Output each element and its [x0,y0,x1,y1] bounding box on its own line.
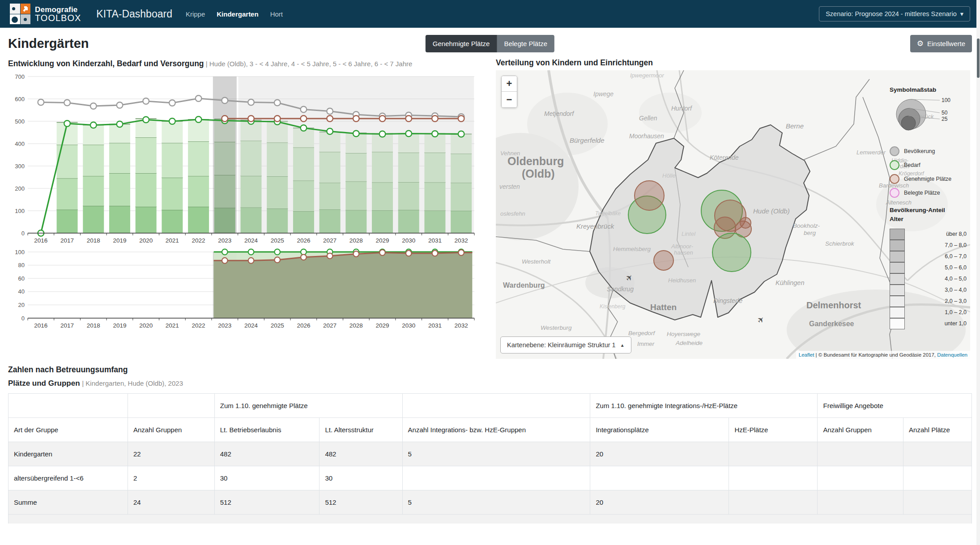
legend-swatch-icon [890,188,899,198]
zoom-out-button[interactable]: − [502,92,517,107]
table-cell: 30 [320,466,402,490]
svg-text:300: 300 [15,162,25,169]
ratio-chart-svg: 0204060801002016201720182019202020212022… [8,248,478,332]
nav-item-krippe[interactable]: Krippe [186,10,205,18]
map-place-label: Berne [786,122,804,130]
map-zoom-control: + − [501,76,517,108]
table-cell [903,442,972,466]
table-cell: 20 [590,442,729,466]
nav-item-hort[interactable]: Hort [270,10,283,18]
map-circle-plaetze[interactable] [654,251,673,270]
settings-button[interactable]: ⚙ Einstellwerte [910,35,972,52]
legend-item-label: Bevölkerung [904,148,935,154]
map-place-label: Heidhusen [668,277,696,284]
map-place-label: Tweelbäke [595,210,621,217]
svg-text:100: 100 [15,207,25,214]
age-class-label: 7,0 – 8,0 [945,242,967,248]
legend-item: Bedarf [890,158,967,172]
map-place-label: Bürgerfelde [570,136,605,144]
table-cell [818,442,903,466]
svg-text:2020: 2020 [139,322,153,329]
svg-text:20: 20 [18,302,25,308]
table-column-header: Lt. Betriebserlaubnis [214,418,320,442]
svg-text:2027: 2027 [323,237,337,244]
page-scrollbar[interactable] [976,0,980,545]
legend-item-label: Belegte Plätze [904,190,940,196]
brand-line2: TOOLBOX [35,13,81,22]
table-cell: 5 [402,442,590,466]
scrollbar-thumb[interactable] [977,38,980,78]
svg-text:2030: 2030 [402,322,415,329]
map-place-label: hausen [674,249,693,256]
zoom-in-button[interactable]: + [502,76,517,92]
map-place-label: Hude (Oldb) [753,207,790,215]
gear-icon: ⚙ [917,40,924,47]
table-cell [590,466,729,490]
age-class-swatch [890,285,905,296]
legend-item: Genehmigte Plätze [890,172,967,186]
svg-text:2019: 2019 [113,237,126,244]
table-cell [903,466,972,490]
development-chart-title-main: Entwicklung von Kinderzahl, Bedarf und V… [8,59,204,68]
leaflet-map[interactable]: IpwegermoorIpwegeMetjendorfGellenHuntorf… [496,70,970,359]
svg-text:2018: 2018 [87,322,100,329]
svg-text:400: 400 [15,140,25,147]
scenario-dropdown[interactable]: Szenario: Prognose 2024 - mittleres Szen… [819,6,970,21]
svg-text:2026: 2026 [297,322,310,329]
age-class-label: 5,0 – 6,0 [945,264,967,271]
map-circle-plaetze[interactable] [740,217,751,228]
toggle-belegte-plaetze[interactable]: Belegte Plätze [497,35,554,52]
map-place-label: oslesfehn [500,210,525,217]
table-next-row-cut [8,515,972,524]
map-place-label: Gellen [639,115,657,122]
toggle-genehmigte-plaetze[interactable]: Genehmigte Plätze [426,35,497,52]
navbar: Demografie TOOLBOX KITA-Dashboard Krippe… [0,0,980,28]
legend-item: Bevölkerung [890,144,967,158]
age-class-swatch [890,240,905,251]
map-place-label: Wardenburg [503,281,545,289]
age-class-row: 7,0 – 8,0 [890,240,967,251]
map-place-label: berg [804,230,816,236]
table-group-header [128,394,214,418]
places-groups-table: Zum 1.10. genehmigte PlätzeZum 1.10. gen… [8,393,972,515]
table-column-header: Integrationsplätze [590,418,729,442]
table-cell [818,466,903,490]
age-class-swatch [890,251,905,262]
legend-swatch-icon [890,160,899,170]
age-class-row: 6,0 – 7,0 [890,251,967,262]
map-panel: Verteilung von Kindern und Einrichtungen [496,58,971,359]
datenquellen-link[interactable]: Datenquellen [937,352,967,358]
map-circle-bedarf[interactable] [712,233,751,272]
symbol-scale-circles: 1005025 [890,93,963,138]
map-layer-dropdown[interactable]: Kartenebene: Kleinräumige Struktur 1 ▲ [500,336,631,353]
map-circle-plaetze[interactable] [635,181,664,210]
nav-item-kindergarten[interactable]: Kindergarten [217,10,258,18]
map-place-label: Kühlingen [775,279,805,286]
table-cell: 482 [320,442,402,466]
table-summary-cell [903,490,972,515]
age-class-row: 1,0 – 2,0 [890,307,967,318]
svg-text:2018: 2018 [87,237,100,244]
table-summary-cell: Summe [9,490,128,515]
table-summary-cell: 5 [402,490,590,515]
map-place-label: Huntorf [671,105,693,112]
svg-text:2024: 2024 [244,237,258,244]
map-place-label: Delmenhorst [806,300,861,310]
map-place-label: Köterende [710,154,739,161]
svg-text:2023: 2023 [218,322,231,329]
table-group-header [402,394,590,418]
age-class-label: unter 1,0 [945,320,967,327]
age-class-swatch [890,307,905,318]
chevron-up-icon: ▲ [620,343,625,348]
table-subtitle-main: Plätze und Gruppen [8,379,80,387]
svg-text:2029: 2029 [376,237,389,244]
map-place-label: Bookholz- [793,222,820,229]
svg-text:2017: 2017 [60,237,74,244]
development-chart-title: Entwicklung von Kinderzahl, Bedarf und V… [8,58,484,69]
chevron-down-icon: ▾ [960,10,963,17]
table-row: altersübergreifend 1-<623030 [9,466,972,490]
table-column-header: Anzahl Plätze [903,418,972,442]
leaflet-link[interactable]: Leaflet [799,352,814,358]
table-summary-cell: 24 [128,490,214,515]
table-cell: Kindergarten [9,442,128,466]
